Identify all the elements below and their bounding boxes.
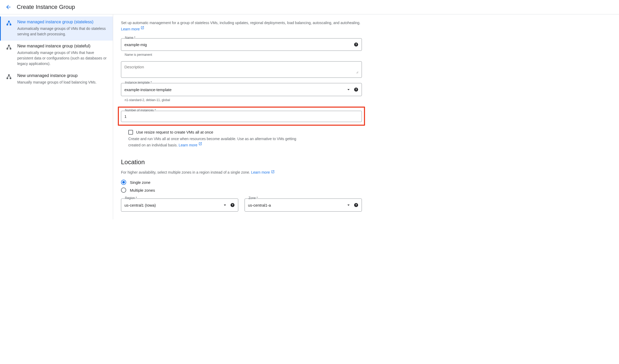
resize-desc-text: Create and run VMs all at once when reso… [128,137,296,147]
region-select[interactable]: us-central1 (Iowa) ? [121,198,238,212]
sidebar-item-title: New managed instance group (stateful) [17,44,108,48]
svg-text:?: ? [232,203,233,207]
help-icon[interactable]: ? [354,42,358,47]
location-desc: For higher availability, select multiple… [121,170,362,174]
help-icon[interactable]: ? [230,203,235,207]
svg-rect-4 [7,48,8,49]
name-field: Name * ? [121,38,362,51]
instances-field: Number of instances * [121,111,362,122]
intro-text: Set up automatic management for a group … [121,20,362,32]
svg-text:?: ? [355,88,357,91]
description-input[interactable] [124,65,358,74]
instances-highlight: Number of instances * [118,107,365,126]
sidebar-item-title: New managed instance group (stateless) [17,20,108,24]
intro-learn-more-link[interactable]: Learn more [121,27,144,31]
instance-group-icon [6,20,12,26]
sidebar-item-title: New unmanaged instance group [17,73,108,78]
resize-checkbox-row[interactable]: Use resize request to create VMs all at … [128,130,362,135]
template-help: n1-standard-2, debian-11, global [125,98,362,102]
zone-value: us-central1-a [248,203,346,207]
radio-label: Multiple zones [130,188,155,192]
zone-select[interactable]: us-central1-a ? [245,198,362,212]
instances-input[interactable] [124,114,358,119]
resize-label: Use resize request to create VMs all at … [136,130,213,134]
resize-desc: Create and run VMs all at once when reso… [128,136,299,148]
svg-rect-5 [10,48,11,49]
sidebar-item-unmanaged[interactable]: New unmanaged instance group Manually ma… [0,70,113,89]
svg-rect-0 [8,21,10,22]
help-icon[interactable]: ? [354,203,358,207]
region-field: Region * us-central1 (Iowa) ? [121,198,238,212]
svg-rect-2 [10,24,11,25]
page-title: Create Instance Group [17,4,75,10]
location-title: Location [121,158,362,166]
template-select[interactable]: example-instance-template ? [121,83,362,96]
radio-single-zone[interactable]: Single zone [121,180,362,185]
svg-rect-1 [7,24,8,25]
svg-rect-8 [10,78,11,79]
template-field: Instance template * example-instance-tem… [121,83,362,96]
sidebar-item-stateless[interactable]: New managed instance group (stateless) A… [0,16,113,41]
svg-rect-6 [8,74,10,76]
external-link-icon [198,142,202,147]
region-value: us-central1 (Iowa) [124,203,222,207]
back-arrow-icon[interactable] [5,4,12,10]
radio-button[interactable] [121,187,126,193]
chevron-down-icon [346,202,351,208]
sidebar: New managed instance group (stateless) A… [0,14,113,219]
chevron-down-icon [222,202,228,208]
resize-checkbox[interactable] [128,130,133,135]
svg-text:?: ? [355,203,357,207]
template-value: example-instance-template [124,87,346,92]
svg-rect-3 [8,45,10,46]
name-input[interactable] [124,42,351,47]
sidebar-item-stateful[interactable]: New managed instance group (stateful) Au… [0,41,113,70]
radio-label: Single zone [130,180,150,185]
resize-learn-more-link[interactable]: Learn more [179,143,202,147]
svg-text:?: ? [355,43,357,46]
chevron-down-icon [346,87,351,92]
sidebar-item-desc: Automatically manage groups of VMs that … [17,26,108,37]
sidebar-item-desc: Manually manage groups of load balancing… [17,80,108,85]
main-content: Set up automatic management for a group … [113,14,370,219]
zone-field: Zone * us-central1-a ? [245,198,362,212]
description-field [121,61,362,78]
help-icon[interactable]: ? [354,87,358,92]
external-link-icon [271,170,275,174]
page-header: Create Instance Group [0,0,619,14]
name-help: Name is permanent [125,53,362,57]
instance-group-icon [6,44,12,50]
sidebar-item-desc: Automatically manage groups of VMs that … [17,50,108,67]
location-desc-text: For higher availability, select multiple… [121,170,251,174]
svg-rect-7 [7,78,8,79]
radio-multiple-zones[interactable]: Multiple zones [121,187,362,193]
radio-button[interactable] [121,180,126,185]
location-learn-more-link[interactable]: Learn more [251,170,274,174]
instance-group-icon [6,73,12,80]
external-link-icon [141,26,144,31]
intro-text-body: Set up automatic management for a group … [121,21,360,25]
